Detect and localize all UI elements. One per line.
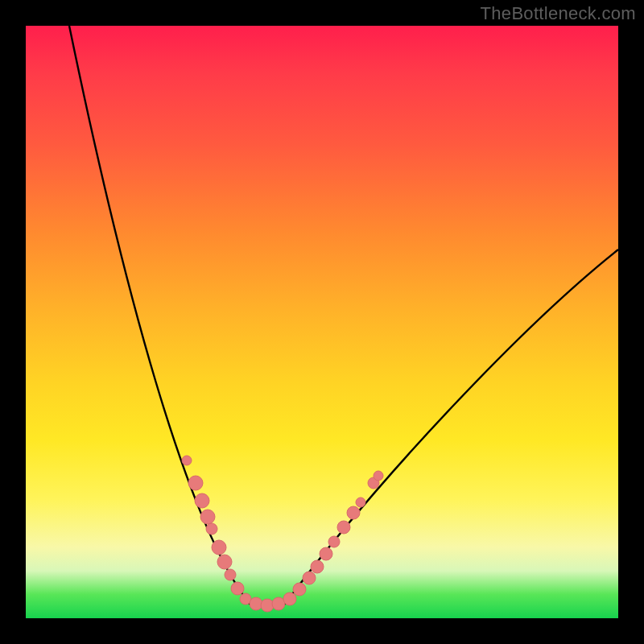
watermark-text: TheBottleneck.com <box>481 3 636 24</box>
chart-frame: TheBottleneck.com <box>0 0 644 644</box>
data-point <box>311 560 324 573</box>
data-point <box>231 582 244 595</box>
data-point <box>328 536 340 547</box>
data-point <box>356 497 365 507</box>
data-point <box>283 592 296 605</box>
data-point <box>225 569 236 580</box>
data-point <box>347 506 360 519</box>
bottleneck-curve <box>26 26 618 618</box>
data-point <box>188 476 203 490</box>
data-point <box>182 456 192 465</box>
data-point <box>303 572 316 584</box>
data-point <box>337 521 350 534</box>
chart-plot-area <box>26 26 618 618</box>
data-point <box>212 540 226 555</box>
data-point <box>261 599 274 612</box>
data-point <box>206 523 217 535</box>
data-point <box>293 583 306 596</box>
highlighted-points <box>182 456 383 612</box>
data-point <box>320 547 332 560</box>
data-point <box>250 597 262 610</box>
data-point <box>374 471 383 481</box>
curve-path <box>69 26 618 604</box>
data-point <box>217 555 232 569</box>
data-point <box>195 493 209 508</box>
data-point <box>200 510 215 524</box>
